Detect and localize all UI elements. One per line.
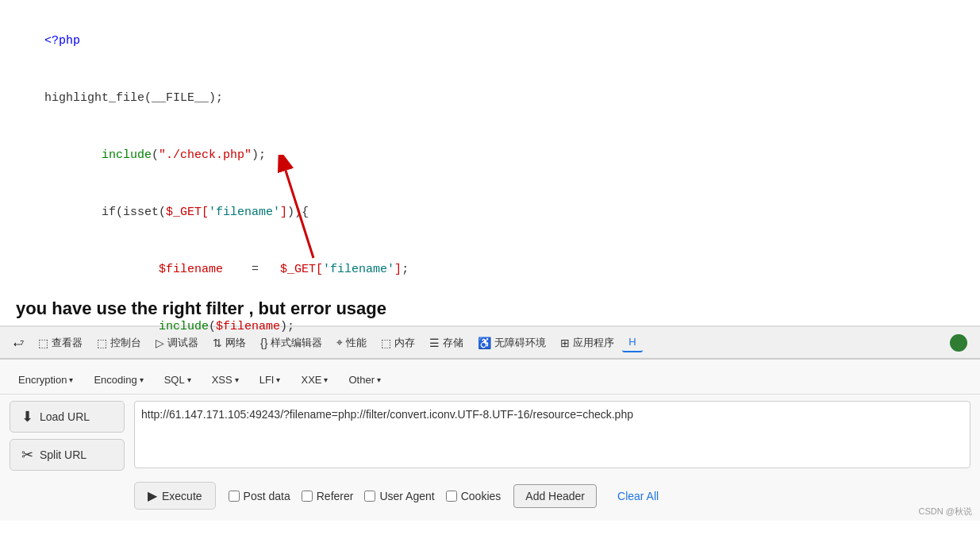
add-header-button[interactable]: Add Header <box>513 484 597 508</box>
hackbar-content: ⬇ Load URL ✂ Split URL http://61.147.171… <box>0 394 980 477</box>
code-line-4: if(isset($_GET['filename'])){ <box>16 184 964 241</box>
menu-xxe[interactable]: XXE ▾ <box>292 369 336 391</box>
code-line-5: $filename = $_GET['filename']; <box>16 241 964 298</box>
cookies-checkbox[interactable]: Cookies <box>446 490 502 502</box>
load-url-button[interactable]: ⬇ Load URL <box>10 401 125 433</box>
menu-lfi[interactable]: LFI ▾ <box>251 369 290 391</box>
menu-encoding[interactable]: Encoding ▾ <box>85 369 152 391</box>
encryption-arrow: ▾ <box>69 375 73 384</box>
menu-sql[interactable]: SQL ▾ <box>156 369 200 391</box>
xxe-arrow: ▾ <box>324 375 328 384</box>
menu-encryption[interactable]: Encryption ▾ <box>10 369 82 391</box>
lfi-arrow: ▾ <box>276 375 280 384</box>
checkbox-group: Post data Referer User Agent Cookies <box>229 490 502 502</box>
hackbar-menubar: Encryption ▾ Encoding ▾ SQL ▾ XSS ▾ LFI … <box>0 366 980 394</box>
menu-xss[interactable]: XSS ▾ <box>203 369 248 391</box>
load-url-icon: ⬇ <box>21 408 33 425</box>
other-arrow: ▾ <box>377 375 381 384</box>
red-arrow <box>270 155 333 266</box>
clear-all-button[interactable]: Clear All <box>609 485 667 507</box>
split-url-icon: ✂ <box>21 446 33 464</box>
hackbar-panel: Encryption ▾ Encoding ▾ SQL ▾ XSS ▾ LFI … <box>0 359 980 521</box>
execute-button[interactable]: ▶ Execute <box>134 482 216 510</box>
encoding-arrow: ▾ <box>140 375 144 384</box>
code-line-6: include($filename); <box>16 298 964 356</box>
svg-line-1 <box>286 171 313 258</box>
code-area: <?php highlight_file(__FILE__); include(… <box>0 0 980 286</box>
code-line-3: include("./check.php"); <box>16 127 964 184</box>
csdn-watermark: CSDN @秋说 <box>919 506 972 518</box>
code-line-1: <?php <box>16 13 964 70</box>
split-url-button[interactable]: ✂ Split URL <box>10 439 125 471</box>
post-data-checkbox[interactable]: Post data <box>229 490 290 502</box>
url-input[interactable]: http://61.147.171.105:49243/?filename=ph… <box>134 401 970 468</box>
execute-icon: ▶ <box>148 488 157 503</box>
xss-arrow: ▾ <box>235 375 239 384</box>
referer-checkbox[interactable]: Referer <box>302 490 354 502</box>
hackbar-bottom-bar: ▶ Execute Post data Referer User Agent C… <box>0 477 980 514</box>
hackbar-action-buttons: ⬇ Load URL ✂ Split URL <box>10 401 125 471</box>
sql-arrow: ▾ <box>187 375 191 384</box>
code-line-2: highlight_file(__FILE__); <box>16 70 964 127</box>
menu-other[interactable]: Other ▾ <box>340 369 390 391</box>
user-agent-checkbox[interactable]: User Agent <box>364 490 434 502</box>
